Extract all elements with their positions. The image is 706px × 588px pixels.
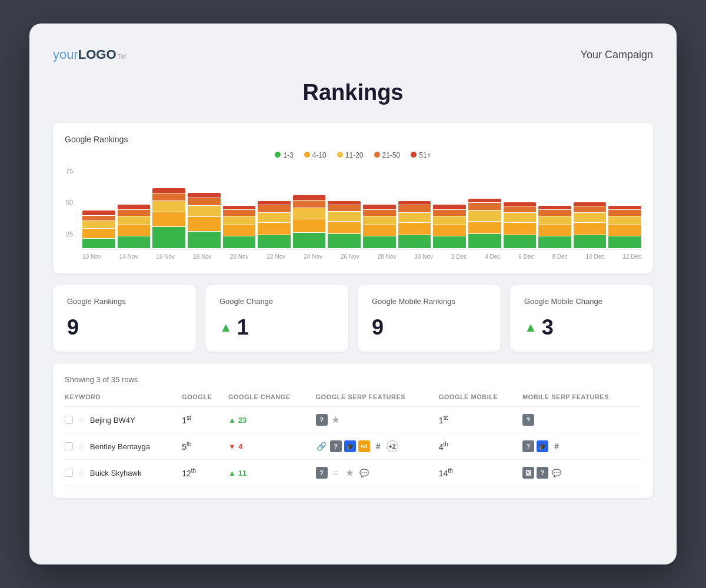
stat-google-change-label: Google Change [219, 297, 334, 306]
triangle-up-icon: ▲ [228, 469, 236, 477]
bar-segment [188, 198, 221, 205]
bar-group [293, 195, 326, 248]
keyword-link[interactable]: Bejing BW4Y [90, 416, 135, 425]
bar-segment [328, 201, 361, 205]
table-row: ☆ Bentley Bentayga 5th ▼ 4 🔗 ? 🎓 Ad [65, 433, 641, 460]
bar-segment [468, 203, 501, 210]
bar-segment [398, 223, 431, 235]
up-arrow-mobile-icon: ▲ [524, 320, 537, 335]
bar-segment [468, 222, 501, 233]
bar-group [574, 202, 607, 248]
stat-google-mobile-change-value: ▲3 [524, 315, 639, 340]
stat-google-mobile-rankings: Google Mobile Rankings 9 [358, 285, 501, 352]
keyword-link[interactable]: Bentley Bentayga [90, 442, 150, 451]
bar-segment [504, 235, 537, 248]
legend-11-20: 11-20 [337, 151, 364, 159]
bar-segment [188, 217, 221, 231]
row-checkbox[interactable] [65, 416, 73, 424]
bar-segment [504, 206, 537, 212]
mobile-serp-q-icon: ? [522, 440, 534, 452]
stat-google-mobile-change: Google Mobile Change ▲3 [510, 285, 653, 352]
bar-segment [433, 216, 466, 225]
bar-segment [293, 219, 326, 232]
chart-yaxis: 755025 [66, 168, 73, 262]
bar-segment [118, 210, 151, 216]
google-rank: 1st [182, 407, 228, 433]
mobile-serp-q-icon: ? [537, 467, 548, 479]
bar-segment [363, 216, 396, 225]
stats-row: Google Rankings 9 Google Change ▲1 Googl… [53, 285, 653, 352]
bar-segment [293, 195, 326, 200]
google-rankings-chart-card: Google Rankings 1-3 4-10 11-20 21-50 51+… [53, 123, 653, 273]
row-checkbox[interactable] [65, 469, 73, 477]
bar-segment [118, 216, 151, 225]
logo-tm: TM [118, 54, 126, 60]
google-change: ▲ 11 [228, 460, 316, 486]
bar-segment [223, 206, 256, 209]
bar-segment [468, 234, 501, 248]
bar-group [188, 193, 221, 248]
bar-segment [328, 205, 361, 211]
mobile-serp-features: ? 🎓 # [522, 433, 641, 460]
mobile-serp-features: 🖼 ? 💬 [522, 460, 641, 486]
bar-segment [82, 211, 115, 215]
bar-segment [188, 232, 221, 248]
rankings-table: KEYWORD GOOGLE GOOGLE CHANGE GOOGLE SERP… [65, 393, 641, 486]
mobile-serp-edu-icon: 🎓 [537, 440, 548, 452]
stat-google-mobile-rankings-value: 9 [372, 315, 487, 340]
chart-legend: 1-3 4-10 11-20 21-50 51+ [65, 151, 641, 159]
bar-segment [258, 223, 291, 235]
legend-1-3: 1-3 [275, 151, 293, 159]
bar-segment [188, 206, 221, 216]
star-icon[interactable]: ☆ [78, 415, 85, 425]
triangle-up-icon: ▲ [228, 416, 236, 425]
star-icon[interactable]: ☆ [78, 468, 85, 477]
bar-segment [152, 227, 185, 248]
bar-group [152, 188, 185, 248]
stat-google-change: Google Change ▲1 [205, 285, 348, 352]
bar-group [504, 202, 537, 248]
stat-google-rankings-value: 9 [67, 315, 182, 340]
bar-segment [608, 216, 641, 225]
google-change: ▲ 23 [228, 407, 316, 433]
legend-21-50: 21-50 [374, 151, 401, 159]
google-rank: 12th [182, 460, 228, 486]
bar-segment [504, 202, 537, 206]
row-checkbox[interactable] [65, 442, 73, 450]
serp-hash-icon: # [372, 440, 384, 452]
serp-star-icon: ★ [330, 414, 342, 426]
bar-segment [504, 223, 537, 235]
mobile-serp-features: ? [522, 407, 641, 433]
bar-segment [468, 211, 501, 221]
bar-segment [398, 205, 431, 212]
bar-segment [118, 236, 151, 248]
bar-segment [608, 210, 641, 216]
bar-segment [608, 236, 641, 248]
bar-segment [398, 201, 431, 205]
col-header-keyword: KEYWORD [65, 393, 182, 407]
stat-google-rankings-label: Google Rankings [67, 297, 182, 306]
bar-group [398, 201, 431, 248]
table-body: ☆ Bejing BW4Y 1st ▲ 23 ? ★ 1st [65, 407, 641, 486]
serp-ad-icon: Ad [358, 440, 370, 452]
star-icon[interactable]: ☆ [78, 442, 85, 451]
bar-segment [538, 216, 571, 225]
google-change: ▼ 4 [228, 433, 316, 460]
bar-segment [82, 229, 115, 238]
keyword-cell: ☆ Bentley Bentayga [65, 433, 182, 460]
bar-group [328, 201, 361, 248]
bar-segment [328, 212, 361, 221]
mobile-serp-img-icon: 🖼 [522, 467, 534, 479]
bar-segment [608, 206, 641, 209]
google-rank: 5th [182, 433, 228, 460]
logo-logo: LOGO [78, 47, 116, 62]
stat-google-change-value: ▲1 [219, 315, 334, 340]
mobile-rank: 1st [439, 407, 522, 433]
bar-segment [363, 205, 396, 209]
chart-title: Google Rankings [65, 135, 641, 144]
change-up-icon: ▲ 23 [228, 416, 310, 425]
keyword-cell: ☆ Buick Skyhawk [65, 460, 182, 486]
bar-segment [433, 210, 466, 216]
keyword-link[interactable]: Buick Skyhawk [90, 469, 141, 477]
bar-segment [118, 205, 151, 209]
